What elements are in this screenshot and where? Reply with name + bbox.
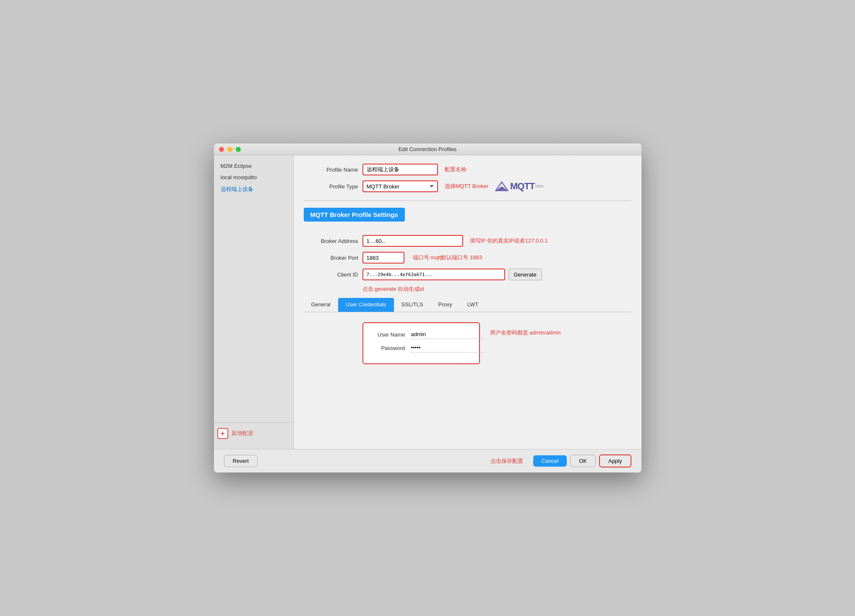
- tab-general[interactable]: General: [304, 298, 338, 312]
- tab-lwt[interactable]: LWT: [460, 298, 486, 312]
- profile-type-row: Profile Type MQTT Broker 选择MQTT Broker M…: [304, 180, 631, 192]
- profile-name-row: Profile Name 配置名称: [304, 164, 631, 175]
- broker-address-annotation: 填写IP 你的真实IP或者127.0.0.1: [470, 237, 548, 245]
- client-id-label: Client ID: [304, 271, 358, 278]
- tab-ssl-tls[interactable]: SSL/TLS: [394, 298, 431, 312]
- main-window: Edit Connection Profiles M2M Eclipse loc…: [214, 144, 641, 472]
- window-title: Edit Connection Profiles: [399, 146, 457, 152]
- tab-proxy[interactable]: Proxy: [431, 298, 460, 312]
- bottom-bar: Revert 点击保存配置 Cancel OK Apply: [214, 449, 641, 472]
- save-annotation: 点击保存配置: [490, 457, 523, 465]
- ok-button[interactable]: OK: [570, 455, 596, 467]
- credentials-annotation: 用户名密码都是 admin/admin: [490, 329, 561, 337]
- revert-button[interactable]: Revert: [224, 455, 258, 467]
- profile-name-annotation: 配置名称: [445, 166, 467, 173]
- section-title: MQTT Broker Profile Settings: [304, 208, 405, 222]
- broker-port-row: Broker Port 端口号 mqtt默认端口号 1883: [304, 252, 631, 264]
- minimize-button[interactable]: [227, 147, 232, 152]
- generate-annotation-row: 点击 generate 自动生成id: [304, 285, 631, 293]
- client-id-row: Client ID Generate: [304, 269, 631, 280]
- client-id-input[interactable]: [362, 269, 505, 280]
- cancel-button[interactable]: Cancel: [533, 455, 567, 467]
- mqtt-logo: MQTT ORG: [495, 181, 544, 192]
- sidebar-item-m2m-eclipse[interactable]: M2M Eclipse: [214, 160, 293, 172]
- sidebar-item-local-mosquitto[interactable]: local mosquitto: [214, 172, 293, 183]
- password-input[interactable]: [409, 343, 483, 352]
- broker-port-input[interactable]: [362, 252, 404, 264]
- profile-name-input[interactable]: [362, 164, 438, 175]
- tabs-row: General User Credentials SSL/TLS Proxy L…: [304, 298, 631, 312]
- window-controls: [219, 147, 241, 152]
- maximize-button[interactable]: [236, 147, 241, 152]
- credentials-box: User Name Password: [362, 322, 480, 364]
- password-row: Password: [372, 343, 471, 352]
- broker-port-label: Broker Port: [304, 255, 358, 261]
- broker-port-annotation: 端口号 mqtt默认端口号 1883: [413, 254, 482, 261]
- profile-type-label: Profile Type: [304, 183, 358, 190]
- close-button[interactable]: [219, 147, 224, 152]
- profile-type-select[interactable]: MQTT Broker: [362, 180, 438, 192]
- profile-type-annotation: 选择MQTT Broker: [445, 183, 489, 190]
- username-row: User Name: [372, 330, 471, 339]
- section-divider: [304, 201, 631, 201]
- sidebar-item-remote-device[interactable]: 远程端上设备: [214, 183, 293, 196]
- sidebar: M2M Eclipse local mosquitto 远程端上设备 + 新增配…: [214, 155, 294, 449]
- tab-user-credentials[interactable]: User Credentials: [338, 298, 394, 312]
- generate-button[interactable]: Generate: [508, 269, 542, 280]
- title-bar: Edit Connection Profiles: [214, 144, 641, 155]
- sidebar-footer: + 新增配置: [214, 423, 293, 444]
- broker-address-input[interactable]: [362, 235, 463, 247]
- window-body: M2M Eclipse local mosquitto 远程端上设备 + 新增配…: [214, 155, 641, 449]
- apply-button[interactable]: Apply: [599, 454, 631, 467]
- main-content: Profile Name 配置名称 Profile Type MQTT Brok…: [294, 155, 641, 449]
- generate-annotation: 点击 generate 自动生成id: [362, 285, 424, 293]
- add-profile-label: 新增配置: [232, 430, 253, 437]
- section-header-wrapper: MQTT Broker Profile Settings: [304, 208, 631, 228]
- add-profile-button[interactable]: +: [217, 428, 228, 439]
- broker-address-label: Broker Address: [304, 238, 358, 244]
- username-input[interactable]: [409, 330, 483, 339]
- username-label: User Name: [372, 331, 405, 338]
- broker-address-row: Broker Address 填写IP 你的真实IP或者127.0.0.1: [304, 235, 631, 247]
- profile-name-label: Profile Name: [304, 167, 358, 173]
- password-label: Password: [372, 345, 405, 351]
- credentials-panel: User Name Password 用户名密码都是 admin/admin: [304, 322, 631, 364]
